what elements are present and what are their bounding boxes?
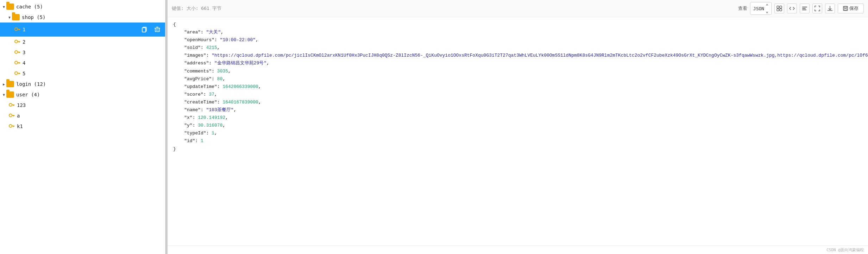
expand-icon-btn[interactable] — [812, 4, 822, 13]
watermark: CSDN @面向鸿蒙编程 — [168, 246, 868, 254]
folder-shop[interactable]: ▼ shop (5) — [0, 12, 165, 23]
arrow-shop: ▼ — [8, 15, 11, 19]
row-actions-1 — [140, 25, 162, 34]
svg-rect-40 — [777, 6, 779, 8]
key-label-a: a — [17, 113, 20, 119]
folder-user-label: user (4) — [16, 92, 40, 97]
folder-icon-user — [6, 91, 14, 98]
svg-point-32 — [9, 114, 12, 117]
folder-cache[interactable]: ▼ cache (5) — [0, 1, 165, 12]
key-item-k1[interactable]: k1 — [0, 121, 165, 132]
key-item-1[interactable]: 1 — [0, 23, 165, 37]
view-select[interactable]: JSON ⌃⌄ — [750, 2, 772, 15]
key-icon-a — [8, 113, 15, 119]
key-label-4: 4 — [23, 60, 25, 66]
save-label: 保存 — [849, 5, 858, 12]
save-button[interactable]: 保存 — [838, 4, 864, 13]
arrow-login: ▶ — [3, 82, 5, 86]
svg-rect-50 — [844, 6, 847, 8]
download-icon-btn[interactable] — [825, 4, 835, 13]
svg-rect-45 — [802, 8, 806, 9]
svg-rect-42 — [777, 9, 779, 11]
folder-user[interactable]: ▼ user (4) — [0, 89, 165, 100]
key-label-1: 1 — [23, 27, 25, 32]
svg-point-12 — [15, 40, 18, 43]
key-label-k1: k1 — [17, 123, 23, 129]
key-icon-k1 — [8, 123, 15, 129]
key-label-5: 5 — [23, 71, 25, 76]
key-item-a[interactable]: a — [0, 110, 165, 121]
key-item-5[interactable]: 5 — [0, 68, 165, 79]
watermark-text: CSDN @面向鸿蒙编程 — [826, 248, 864, 252]
json-content-area[interactable]: { "area": "大关", "openHours": "10:00-22:0… — [168, 17, 868, 246]
svg-point-16 — [15, 51, 18, 53]
key-icon-2 — [14, 39, 20, 45]
arrow-cache: ▼ — [3, 5, 5, 9]
copy-icon[interactable] — [140, 25, 150, 34]
svg-point-20 — [15, 61, 18, 64]
key-label-123: 123 — [17, 102, 26, 108]
folder-icon-login — [6, 81, 14, 87]
key-item-123[interactable]: 123 — [0, 100, 165, 110]
toolbar-right: 查看 JSON ⌃⌄ — [738, 2, 864, 15]
key-icon-3 — [14, 49, 20, 56]
code-icon-btn[interactable] — [787, 4, 797, 13]
format-icon-btn[interactable] — [800, 4, 810, 13]
svg-rect-5 — [142, 28, 146, 32]
right-panel: 键值: 大小: 661 字节 查看 JSON ⌃⌄ — [168, 0, 868, 254]
key-item-2[interactable]: 2 — [0, 37, 165, 47]
key-info-label: 键值: 大小: 661 字节 — [172, 5, 735, 12]
grid-icon-btn[interactable] — [774, 4, 784, 13]
svg-rect-46 — [802, 9, 806, 10]
svg-point-0 — [15, 28, 18, 31]
view-format-label: JSON — [753, 6, 764, 11]
svg-point-36 — [9, 125, 12, 127]
svg-rect-44 — [802, 7, 807, 7]
folder-shop-label: shop (5) — [22, 14, 45, 20]
svg-rect-41 — [780, 6, 782, 8]
folder-login[interactable]: ▶ login (12) — [0, 79, 165, 89]
svg-rect-7 — [155, 28, 159, 32]
key-icon-5 — [14, 70, 20, 77]
delete-icon[interactable] — [152, 25, 162, 34]
svg-rect-43 — [780, 9, 782, 11]
folder-login-label: login (12) — [16, 81, 46, 87]
folder-icon-shop — [12, 14, 20, 20]
key-item-4[interactable]: 4 — [0, 58, 165, 68]
view-label: 查看 — [738, 5, 747, 12]
folder-icon-cache — [6, 4, 14, 10]
key-icon-123 — [8, 102, 15, 108]
key-label-2: 2 — [23, 39, 25, 45]
svg-point-24 — [15, 72, 18, 75]
svg-point-28 — [9, 103, 12, 106]
key-item-3[interactable]: 3 — [0, 47, 165, 58]
tree-panel: ▼ cache (5) ▼ shop (5) 1 — [0, 0, 165, 254]
svg-rect-51 — [844, 9, 847, 10]
key-icon-1 — [14, 26, 20, 33]
key-icon-4 — [14, 60, 20, 66]
folder-cache-label: cache (5) — [16, 4, 43, 9]
arrow-user: ▼ — [3, 93, 5, 97]
key-label-3: 3 — [23, 50, 25, 55]
right-toolbar: 键值: 大小: 661 字节 查看 JSON ⌃⌄ — [168, 0, 868, 17]
chevron-icon: ⌃⌄ — [766, 3, 768, 14]
